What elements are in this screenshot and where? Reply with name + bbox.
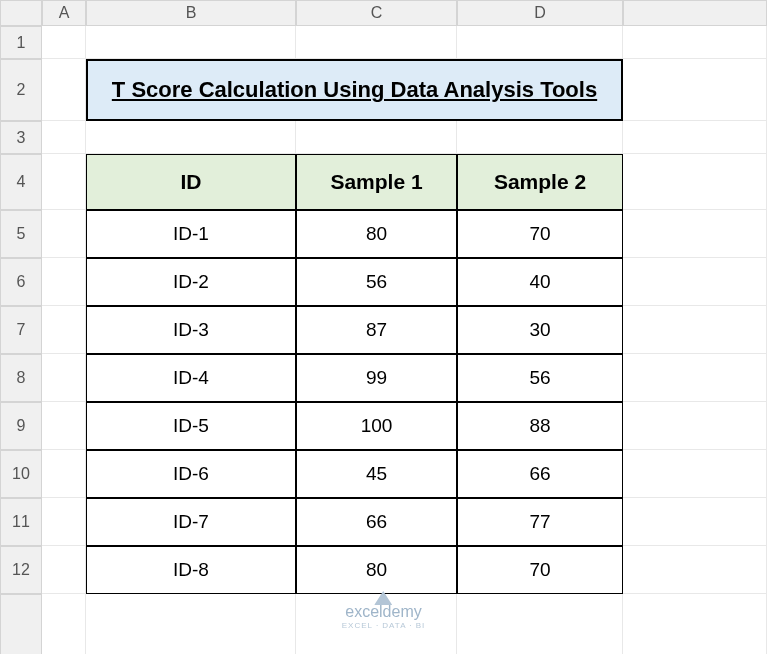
- row-header-6[interactable]: 6: [0, 258, 42, 306]
- row-header-3[interactable]: 3: [0, 121, 42, 154]
- cell-a6[interactable]: [42, 258, 86, 306]
- row-header-12[interactable]: 12: [0, 546, 42, 594]
- row-header-5[interactable]: 5: [0, 210, 42, 258]
- table-row[interactable]: 88: [457, 402, 623, 450]
- col-header-extra[interactable]: [623, 0, 767, 26]
- cell-e9[interactable]: [623, 402, 767, 450]
- table-row[interactable]: 80: [296, 210, 457, 258]
- cell-e6[interactable]: [623, 258, 767, 306]
- cell-b3[interactable]: [86, 121, 296, 154]
- table-row[interactable]: 70: [457, 210, 623, 258]
- table-row[interactable]: ID-2: [86, 258, 296, 306]
- table-row[interactable]: 56: [457, 354, 623, 402]
- table-row[interactable]: ID-7: [86, 498, 296, 546]
- table-row[interactable]: 99: [296, 354, 457, 402]
- col-header-d[interactable]: D: [457, 0, 623, 26]
- cell-d13[interactable]: [457, 594, 623, 654]
- table-row[interactable]: 70: [457, 546, 623, 594]
- table-row[interactable]: ID-1: [86, 210, 296, 258]
- cell-a10[interactable]: [42, 450, 86, 498]
- table-row[interactable]: 66: [457, 450, 623, 498]
- table-row[interactable]: 100: [296, 402, 457, 450]
- col-header-b[interactable]: B: [86, 0, 296, 26]
- col-header-c[interactable]: C: [296, 0, 457, 26]
- table-row[interactable]: 80: [296, 546, 457, 594]
- table-row[interactable]: 87: [296, 306, 457, 354]
- cell-a7[interactable]: [42, 306, 86, 354]
- cell-a1[interactable]: [42, 26, 86, 59]
- row-header-2[interactable]: 2: [0, 59, 42, 121]
- row-header-4[interactable]: 4: [0, 154, 42, 210]
- table-row[interactable]: 40: [457, 258, 623, 306]
- table-header-sample1[interactable]: Sample 1: [296, 154, 457, 210]
- row-header-11[interactable]: 11: [0, 498, 42, 546]
- sheet-title[interactable]: T Score Calculation Using Data Analysis …: [86, 59, 623, 121]
- table-row[interactable]: 77: [457, 498, 623, 546]
- cell-a9[interactable]: [42, 402, 86, 450]
- table-row[interactable]: ID-4: [86, 354, 296, 402]
- cell-e11[interactable]: [623, 498, 767, 546]
- cell-c13[interactable]: [296, 594, 457, 654]
- table-row[interactable]: ID-8: [86, 546, 296, 594]
- row-header-9[interactable]: 9: [0, 402, 42, 450]
- row-header-10[interactable]: 10: [0, 450, 42, 498]
- cell-a2[interactable]: [42, 59, 86, 121]
- cell-a3[interactable]: [42, 121, 86, 154]
- cell-e12[interactable]: [623, 546, 767, 594]
- cell-e4[interactable]: [623, 154, 767, 210]
- cell-a5[interactable]: [42, 210, 86, 258]
- cell-e7[interactable]: [623, 306, 767, 354]
- cell-c1[interactable]: [296, 26, 457, 59]
- table-row[interactable]: ID-6: [86, 450, 296, 498]
- table-row[interactable]: 56: [296, 258, 457, 306]
- cell-b13[interactable]: [86, 594, 296, 654]
- cell-e3[interactable]: [623, 121, 767, 154]
- cell-e8[interactable]: [623, 354, 767, 402]
- cell-e13[interactable]: [623, 594, 767, 654]
- cell-a11[interactable]: [42, 498, 86, 546]
- cell-e10[interactable]: [623, 450, 767, 498]
- table-row[interactable]: ID-5: [86, 402, 296, 450]
- table-row[interactable]: 30: [457, 306, 623, 354]
- cell-a13[interactable]: [42, 594, 86, 654]
- select-all-corner[interactable]: [0, 0, 42, 26]
- row-header-7[interactable]: 7: [0, 306, 42, 354]
- table-header-sample2[interactable]: Sample 2: [457, 154, 623, 210]
- row-header-1[interactable]: 1: [0, 26, 42, 59]
- spreadsheet-grid: A B C D 1 2 T Score Calculation Using Da…: [0, 0, 767, 654]
- col-header-a[interactable]: A: [42, 0, 86, 26]
- table-row[interactable]: 66: [296, 498, 457, 546]
- cell-e2[interactable]: [623, 59, 767, 121]
- row-header-8[interactable]: 8: [0, 354, 42, 402]
- cell-e5[interactable]: [623, 210, 767, 258]
- cell-d1[interactable]: [457, 26, 623, 59]
- cell-e1[interactable]: [623, 26, 767, 59]
- cell-d3[interactable]: [457, 121, 623, 154]
- cell-a8[interactable]: [42, 354, 86, 402]
- cell-a4[interactable]: [42, 154, 86, 210]
- table-row[interactable]: ID-3: [86, 306, 296, 354]
- cell-b1[interactable]: [86, 26, 296, 59]
- row-header-13[interactable]: [0, 594, 42, 654]
- table-header-id[interactable]: ID: [86, 154, 296, 210]
- table-row[interactable]: 45: [296, 450, 457, 498]
- cell-c3[interactable]: [296, 121, 457, 154]
- cell-a12[interactable]: [42, 546, 86, 594]
